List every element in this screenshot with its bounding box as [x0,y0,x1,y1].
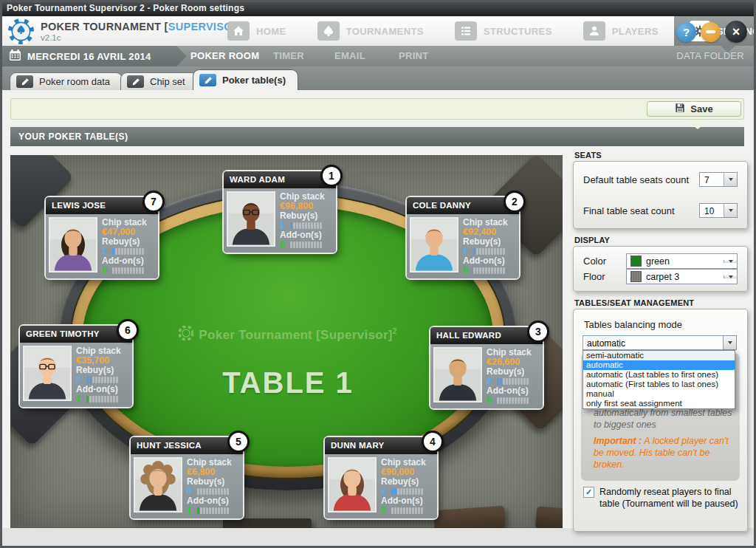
close-button[interactable]: × [725,21,747,43]
reseat-checkbox-label: Randomly reseat players to final table (… [599,486,741,510]
tick [314,242,316,248]
player-info: Chip stack€47,000Rebuy(s)1Add-on(s)0 [102,218,147,275]
player-card-green-timothy[interactable]: GREEN TIMOTHY6Chip stack€35,700Rebuy(s)2… [20,326,132,407]
addon-count: 0 [463,266,472,275]
addon-label: Add-on(s) [463,256,508,266]
bench-tray [433,506,506,528]
balancing-option-only-first-seat-assignment[interactable]: only first seat assignment [583,399,735,408]
dropdown-button[interactable] [724,204,737,217]
player-card-lewis-jose[interactable]: LEWIS JOSE7Chip stack€47,000Rebuy(s)1Add… [46,197,158,278]
tick [311,222,313,229]
player-card-ward-adam[interactable]: WARD ADAM1Chip stack€96,800Rebuy(s)1Add-… [224,171,336,253]
tick [418,507,420,514]
player-card-dunn-mary[interactable]: DUNN MARY4Chip stack€90,000Rebuy(s)2Add-… [325,437,437,518]
display-group: ColorgreenFloorcarpet 3 [573,246,748,292]
balancing-option-semi-automatic[interactable]: semi-automatic [583,351,735,360]
select-default-table-seats-count[interactable]: 7 [699,172,738,187]
nav-item-structures[interactable]: STRUCTURES [439,16,568,46]
help-button[interactable]: ? [676,22,696,42]
tick [127,267,129,274]
tick [212,488,214,495]
seat-number-badge: 1 [320,165,343,187]
display-section-title: DISPLAY [574,236,748,244]
nav-label: HOME [256,26,286,37]
tab-chip-set[interactable]: Chip set [120,72,198,90]
dropdown-button[interactable] [724,173,737,186]
subnav-item-poker-room[interactable]: POKER ROOM [190,46,259,66]
balancing-option-automatic-last-tables-to-first-ones[interactable]: automatic (Last tables to first ones) [583,370,735,380]
progress-ticks [86,377,118,383]
player-card-body: Chip stack€26,600Rebuy(s)2Add-on(s)0 [430,344,543,408]
balancing-mode-select[interactable]: automatic [583,335,737,350]
tick [497,248,499,255]
balancing-option-automatic[interactable]: automatic [583,360,735,370]
tick [197,488,199,495]
player-card-cole-danny[interactable]: COLE DANNY2Chip stack€92,400Rebuy(s)1Add… [407,197,519,278]
tick [116,396,118,403]
seat-number-badge: 3 [527,321,549,343]
balancing-option-automatic-first-tables-to-last-ones[interactable]: automatic (First tables to last ones) [583,380,735,389]
addon-count: 1 [187,506,196,516]
reseat-checkbox[interactable]: ✓ [583,487,594,498]
tick [130,248,132,255]
list-icon [455,21,477,41]
player-info: Chip stack€26,600Rebuy(s)2Add-on(s)0 [487,348,532,405]
tab-poker-room-data[interactable]: Poker room data [10,72,123,90]
save-button[interactable]: Save [647,101,741,117]
player-photo [433,347,482,403]
minimize-button[interactable] [701,22,721,42]
balancing-mode-value: automatic [583,335,724,350]
select-color[interactable]: green [626,253,738,269]
tick [302,222,304,229]
tick [203,507,205,514]
addon-label: Add-on(s) [102,256,147,266]
balancing-dropdown-button[interactable] [724,335,737,350]
tick [515,397,517,404]
player-info: Chip stack€35,700Rebuy(s)2Add-on(s)1 [76,346,121,404]
tick [506,378,508,385]
tick [500,248,502,255]
nav-item-home[interactable]: HOME [212,16,302,46]
tick [200,507,202,514]
select-floor[interactable]: carpet 3 [626,269,738,284]
tick [400,488,402,495]
tick [92,377,94,383]
tick [476,267,478,274]
player-card-hall-edward[interactable]: HALL EDWARD3Chip stack€26,600Rebuy(s)2Ad… [430,327,543,408]
chevron-down-icon [728,341,732,344]
calendar-icon [9,49,21,64]
management-group: Tables balancing mode automatic automati… [573,309,748,532]
player-card-hunt-jessica[interactable]: HUNT JESSICA5Chip stack€6,800Rebuy(s)0Ad… [131,437,243,518]
edit-pencil-icon [199,74,216,86]
player-card-body: Chip stack€35,700Rebuy(s)2Add-on(s)1 [20,343,132,407]
player-name: LEWIS JOSE [46,197,158,214]
tab-poker-table-s[interactable]: Poker table(s) [193,69,298,90]
select-final-table-seat-count[interactable]: 10 [699,203,738,218]
tick [317,242,319,248]
rebuy-label: Rebuy(s) [280,211,325,221]
subnav-item-print[interactable]: PRINT [399,46,429,66]
player-info: Chip stack€96,800Rebuy(s)1Add-on(s)0 [280,192,325,250]
tick [515,378,517,385]
addon-count-row: 0 [381,506,426,516]
subnav-item-timer[interactable]: TIMER [273,46,304,66]
balancing-option-manual[interactable]: manual [583,389,735,399]
nav-item-tournaments[interactable]: TOURNAMENTS [302,16,439,46]
subnav-item-email[interactable]: EMAIL [334,46,365,66]
nav-item-players[interactable]: PLAYERS [568,16,674,46]
field-label: Final table seat count [583,205,675,216]
rebuy-label: Rebuy(s) [381,477,426,487]
tick [86,396,89,403]
player-card-body: Chip stack€92,400Rebuy(s)1Add-on(s)0 [407,214,519,278]
player-name: HALL EDWARD [430,327,543,344]
tick [485,248,487,255]
tick [500,397,502,404]
dropdown-button[interactable] [724,275,737,278]
window-titlebar[interactable]: Poker Tournament Supervisor 2 - Poker Ro… [0,0,756,16]
watermark-chip-icon [179,326,193,344]
tick [391,488,394,495]
dropdown-button[interactable] [724,260,737,263]
tick [98,396,100,403]
tick [503,267,505,274]
tick [500,378,502,385]
